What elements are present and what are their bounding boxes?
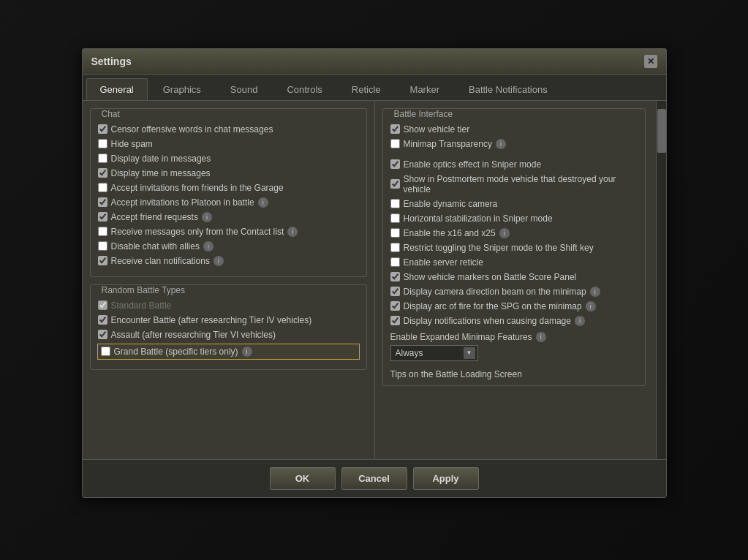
camera-dir-checkbox[interactable] <box>390 287 400 296</box>
optics-label: Enable optics effect in Sniper mode <box>404 159 542 170</box>
list-item: Minimap Transparency i <box>390 139 638 149</box>
list-item: Enable the x16 and x25 i <box>390 228 638 238</box>
list-item: Censor offensive words in chat messages <box>98 124 359 135</box>
list-item: Hide spam <box>98 139 359 149</box>
chat-section-content: Censor offensive words in chat messages … <box>91 118 366 276</box>
list-item: Accept invitations from friends in the G… <box>98 183 359 193</box>
tab-controls[interactable]: Controls <box>273 78 336 100</box>
grand-checkbox[interactable] <box>101 347 110 356</box>
tab-sound[interactable]: Sound <box>216 78 272 100</box>
vehicle-markers-label: Show vehicle markers on Battle Score Pan… <box>404 272 577 282</box>
expanded-minimap-row: Enable Expanded Minimap Features i Alway… <box>390 332 638 361</box>
restrict-sniper-checkbox[interactable] <box>390 243 400 252</box>
list-item: Show vehicle markers on Battle Score Pan… <box>390 272 638 282</box>
display-time-checkbox[interactable] <box>98 168 107 178</box>
ok-button[interactable]: OK <box>270 467 336 490</box>
assault-checkbox[interactable] <box>98 330 107 339</box>
restrict-sniper-label: Restrict toggling the Sniper mode to the… <box>404 243 594 253</box>
assault-label: Assault (after researching Tier VI vehic… <box>111 330 276 340</box>
display-date-checkbox[interactable] <box>98 154 107 163</box>
accept-friend-label: Accept friend requests <box>111 212 198 222</box>
accept-platoon-checkbox[interactable] <box>98 197 107 207</box>
cancel-button[interactable]: Cancel <box>341 467 407 490</box>
standard-label: Standard Battle <box>111 300 172 311</box>
camera-dir-info-icon[interactable]: i <box>590 287 600 297</box>
apply-button[interactable]: Apply <box>413 467 479 490</box>
accept-garage-checkbox[interactable] <box>98 183 107 192</box>
show-tier-label: Show vehicle tier <box>404 124 470 135</box>
damage-notif-info-icon[interactable]: i <box>575 316 585 326</box>
random-battle-section: Random Battle Types Standard Battle Enco… <box>90 284 367 370</box>
tab-marker[interactable]: Marker <box>396 78 453 100</box>
minimap-trans-label: Minimap Transparency <box>404 139 492 149</box>
horiz-stab-label: Horizontal stabilization in Sniper mode <box>404 213 553 224</box>
vehicle-markers-checkbox[interactable] <box>390 272 400 281</box>
arc-fire-info-icon[interactable]: i <box>586 301 596 311</box>
list-item: Accept friend requests i <box>98 212 359 222</box>
horiz-stab-checkbox[interactable] <box>390 213 400 223</box>
chat-section: Chat Censor offensive words in chat mess… <box>90 108 367 277</box>
postmortem-label: Show in Postmortem mode vehicle that des… <box>404 174 638 194</box>
expanded-minimap-info-icon[interactable]: i <box>536 332 546 342</box>
minimap-trans-info-icon[interactable]: i <box>496 139 506 149</box>
content-area: Chat Censor offensive words in chat mess… <box>83 101 666 459</box>
optics-checkbox[interactable] <box>390 159 400 169</box>
receive-contact-checkbox[interactable] <box>98 227 107 236</box>
receive-clan-info-icon[interactable]: i <box>214 256 224 266</box>
tab-reticle[interactable]: Reticle <box>338 78 395 100</box>
damage-notif-checkbox[interactable] <box>390 316 400 325</box>
settings-dialog: Settings ✕ General Graphics Sound Contro… <box>82 48 667 498</box>
hide-spam-checkbox[interactable] <box>98 139 107 148</box>
scrollbar-thumb[interactable] <box>657 109 666 153</box>
disable-chat-label: Disable chat with allies <box>111 241 200 251</box>
damage-notif-label: Display notifications when causing damag… <box>404 316 571 326</box>
censor-checkbox[interactable] <box>98 124 107 134</box>
encounter-label: Encounter Battle (after researching Tier… <box>111 315 312 325</box>
postmortem-checkbox[interactable] <box>390 179 400 189</box>
chat-section-title: Chat <box>98 109 124 119</box>
x16-x25-info-icon[interactable]: i <box>499 228 510 238</box>
disable-chat-checkbox[interactable] <box>98 241 107 251</box>
censor-label: Censor offensive words in chat messages <box>111 124 273 135</box>
scrollbar[interactable] <box>656 101 666 459</box>
accept-platoon-info-icon[interactable]: i <box>258 197 268 208</box>
minimap-trans-checkbox[interactable] <box>390 139 400 148</box>
arc-fire-label: Display arc of fire for the SPG on the m… <box>404 301 582 311</box>
accept-platoon-label: Accept invitations to Platoon in battle <box>111 197 254 208</box>
list-item: Receive clan notifications i <box>98 256 359 266</box>
server-reticle-checkbox[interactable] <box>390 257 400 267</box>
list-item: Show in Postmortem mode vehicle that des… <box>390 174 638 194</box>
dynamic-cam-checkbox[interactable] <box>390 199 400 208</box>
list-item: Assault (after researching Tier VI vehic… <box>98 330 359 340</box>
close-button[interactable]: ✕ <box>644 55 657 68</box>
accept-friend-checkbox[interactable] <box>98 212 107 222</box>
show-tier-checkbox[interactable] <box>390 124 400 134</box>
grand-label: Grand Battle (specific tiers only) <box>114 347 238 357</box>
random-battle-section-title: Random Battle Types <box>98 285 189 295</box>
accept-friend-info-icon[interactable]: i <box>202 212 212 222</box>
tab-graphics[interactable]: Graphics <box>149 78 215 100</box>
receive-clan-checkbox[interactable] <box>98 256 107 265</box>
dialog-title: Settings <box>91 56 132 67</box>
standard-checkbox <box>98 300 107 310</box>
encounter-checkbox[interactable] <box>98 315 107 325</box>
display-date-label: Display date in messages <box>111 154 211 164</box>
display-time-label: Display time in messages <box>111 168 211 178</box>
right-panel: Battle Interface Show vehicle tier Minim… <box>375 101 666 459</box>
arc-fire-checkbox[interactable] <box>390 301 400 311</box>
receive-contact-info-icon[interactable]: i <box>287 227 298 237</box>
list-item: Display notifications when causing damag… <box>390 316 638 326</box>
list-item: Display date in messages <box>98 154 359 164</box>
tab-battle-notifications[interactable]: Battle Notifications <box>455 78 562 100</box>
list-item: Display camera direction beam on the min… <box>390 287 638 297</box>
tab-general[interactable]: General <box>86 78 148 100</box>
tabs-bar: General Graphics Sound Controls Reticle … <box>83 75 666 101</box>
list-item: Enable server reticle <box>390 257 638 268</box>
list-item: Standard Battle <box>98 300 359 311</box>
expanded-minimap-dropdown-container: Always In battle only Never ▼ <box>390 345 638 361</box>
grand-info-icon[interactable]: i <box>242 347 252 357</box>
x16-x25-checkbox[interactable] <box>390 228 400 238</box>
list-item: Show vehicle tier <box>390 124 638 135</box>
disable-chat-info-icon[interactable]: i <box>203 241 214 251</box>
expanded-minimap-dropdown[interactable]: Always In battle only Never <box>390 345 478 361</box>
